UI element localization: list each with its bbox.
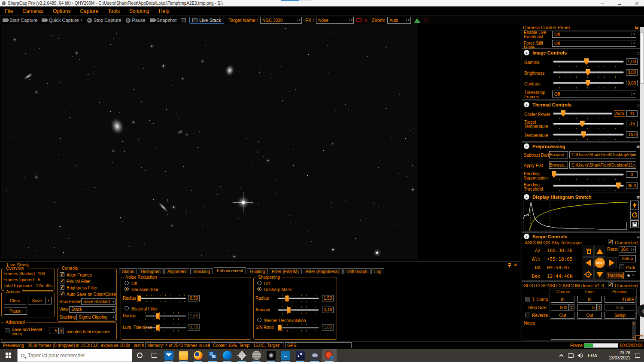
contrast-slider[interactable] (553, 80, 624, 88)
notes-textarea[interactable]: ▲ ▼ (551, 321, 636, 340)
menu-icon[interactable]: ≡ (636, 234, 640, 240)
cooler-power-value[interactable]: 41 (626, 110, 638, 117)
cortana-button[interactable] (132, 349, 147, 362)
tab-guiding[interactable]: Guiding (247, 268, 267, 274)
fine-step-input[interactable]: 5 (577, 304, 596, 311)
align-frames-checkbox[interactable] (60, 272, 64, 277)
save-button[interactable]: Save (28, 297, 46, 304)
scroll-up-icon[interactable]: ▲ (640, 27, 644, 32)
auto-save-checkbox[interactable] (60, 292, 64, 296)
live-stack-button[interactable]: Live Stack (189, 17, 224, 24)
tab-filter-brightness[interactable]: Filter (Brightness) (303, 268, 343, 274)
menu-icon[interactable]: ≡ (636, 102, 640, 108)
unsharp-mask-radio[interactable] (257, 287, 261, 291)
clear-button[interactable]: Clear (4, 297, 26, 304)
taskbar-edge[interactable] (220, 349, 234, 362)
menu-capture[interactable]: Capture (75, 6, 103, 15)
brightness-value[interactable]: 0,00 (626, 69, 638, 76)
gamma-slider[interactable] (553, 58, 624, 67)
collapse-icon[interactable]: ▲ (524, 234, 529, 239)
tray-language[interactable]: FRA (585, 349, 600, 362)
taskbar-remote-app[interactable] (205, 349, 220, 362)
collapse-icon[interactable]: ▲ (524, 194, 529, 200)
tab-drift-graph[interactable]: Drift Graph (343, 268, 371, 274)
bilateral-radius-value[interactable]: 1,50 (188, 313, 200, 319)
banding-threshold-value[interactable]: 35,0 (626, 183, 638, 189)
pin-icon[interactable] (635, 26, 638, 29)
taskbar-search[interactable] (17, 349, 132, 362)
target-temperature-slider[interactable] (553, 121, 624, 129)
selection-area-icon[interactable] (356, 18, 361, 22)
tracking-button[interactable]: Tracking (607, 272, 624, 279)
amount-slider[interactable] (278, 306, 319, 314)
display-icon[interactable] (181, 18, 186, 22)
live-view-image[interactable] (1, 24, 418, 259)
zoom-select[interactable]: Auto▼ (387, 17, 411, 24)
reset-stretch-icon[interactable] (630, 211, 639, 219)
nr-radius-slider[interactable] (137, 295, 186, 302)
taskbar-planetarium[interactable] (249, 349, 264, 362)
close-icon[interactable]: × (514, 262, 517, 268)
reticle-icon[interactable] (424, 18, 428, 22)
raw-frames-select[interactable]: Save Stacked▼ (81, 298, 115, 305)
pin-icon[interactable] (508, 263, 511, 266)
stacking-select[interactable]: Sigma Clipping▼ (76, 314, 115, 320)
clear-selection-icon[interactable]: × (364, 17, 368, 24)
cooler-power-slider[interactable] (553, 110, 612, 119)
gaussian-blur-radio[interactable] (125, 287, 129, 291)
start-button[interactable] (0, 349, 17, 362)
scope-setup-button[interactable]: Setup (619, 255, 636, 262)
histogram-plot[interactable] (523, 201, 629, 231)
save-reset-checkbox[interactable] (5, 329, 9, 333)
banding-suppression-value[interactable]: 0 (626, 171, 638, 178)
subtract-dark-path-select[interactable]: C:\Users\SharkFleet\Desktop\darks...▼ (569, 151, 636, 158)
target-temperature-value[interactable]: -15 (626, 121, 638, 127)
amount-value[interactable]: 0,48 (322, 307, 334, 313)
slew-down-button[interactable] (594, 269, 605, 280)
contrast-value[interactable]: 0,00 (626, 80, 638, 86)
gamma-value[interactable]: 1,00 (626, 58, 638, 65)
stop-slew-button[interactable]: STOP (594, 257, 605, 268)
brightness-filter-checkbox[interactable] (60, 285, 64, 290)
quick-capture-button[interactable]: Quick Capture▼ (42, 18, 82, 23)
minimize-button[interactable] (596, 0, 609, 6)
temperature-value[interactable]: -15,0 (626, 131, 638, 138)
sn-ratio-value[interactable]: 1,00 (322, 324, 334, 331)
sharp-radius-slider[interactable] (278, 295, 319, 302)
tab-log[interactable]: Log (371, 268, 385, 274)
weiner-radio[interactable] (257, 318, 261, 322)
tray-display-icon[interactable] (566, 349, 575, 362)
start-capture-button[interactable]: Start Capture (3, 18, 37, 23)
fine-step-spinner[interactable]: ▲▼ (596, 304, 602, 310)
fwhm-filter-checkbox[interactable] (60, 279, 64, 283)
apply-flat-path-select[interactable]: C:\Users\SharkFleet\Desktop\21_2...▼ (569, 161, 636, 169)
force-still-mode-select[interactable]: Off▼ (552, 40, 636, 47)
save-options-icon[interactable]: ▼ (46, 297, 52, 304)
close-button[interactable] (630, 0, 643, 6)
tab-filter-fwhm[interactable]: Filter (FWHM) (269, 268, 302, 274)
slew-left-button[interactable] (583, 257, 594, 268)
apply-flat-browse-button[interactable]: Browse... (549, 161, 568, 169)
fx-select[interactable]: None▼ (316, 17, 354, 24)
menu-options[interactable]: Options (48, 6, 75, 15)
tab-stacking[interactable]: Stacking (190, 268, 213, 274)
taskbar-astro-app[interactable] (264, 349, 278, 362)
lum-tolerance-value[interactable]: 0,30 (188, 324, 200, 331)
sn-ratio-slider[interactable] (278, 324, 319, 332)
tab-enhancement[interactable]: Enhancement (214, 267, 246, 274)
coarse-step-input[interactable]: 500 (551, 304, 569, 311)
coarse-in-button[interactable]: In (551, 296, 574, 303)
panel-scrollbar[interactable]: ▲ ▼ (640, 27, 644, 339)
interval-input[interactable]: 5 (49, 328, 58, 334)
view-select[interactable]: Stack▼ (69, 306, 115, 313)
brightness-slider[interactable] (553, 69, 624, 78)
taskbar-file-explorer[interactable] (176, 349, 191, 362)
spiral-search-button[interactable] (583, 246, 594, 257)
maximize-button[interactable] (613, 0, 626, 6)
bilateral-radius-slider[interactable] (145, 312, 186, 320)
fine-in-button[interactable]: In (577, 296, 602, 303)
search-input[interactable] (28, 353, 118, 359)
menu-scripting[interactable]: Scripting (125, 6, 154, 15)
coarse-step-spinner[interactable]: ▲▼ (569, 304, 574, 310)
menu-icon[interactable]: ≡ (636, 143, 640, 150)
